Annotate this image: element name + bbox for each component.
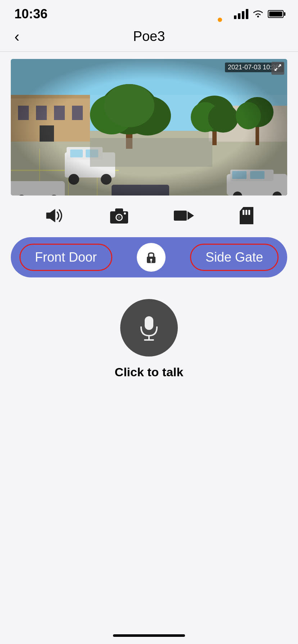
fullscreen-icon[interactable] — [274, 63, 282, 72]
svg-rect-60 — [245, 210, 247, 215]
signal-icon — [234, 9, 248, 19]
mic-section: Click to talk — [0, 277, 298, 394]
lock-icon — [143, 249, 159, 265]
door-control-bar: Front Door Side Gate — [11, 237, 287, 277]
toolbar — [0, 196, 298, 237]
svg-rect-57 — [174, 211, 187, 221]
status-icons — [234, 9, 284, 19]
notification-dot — [218, 18, 222, 22]
header-divider — [0, 51, 298, 52]
svg-rect-59 — [243, 210, 244, 215]
svg-rect-52 — [115, 208, 123, 212]
lock-button[interactable] — [137, 243, 166, 272]
photo-button[interactable] — [109, 207, 130, 226]
status-time: 10:36 — [14, 6, 48, 22]
microphone-icon — [135, 313, 163, 342]
svg-rect-65 — [145, 316, 153, 330]
mic-button[interactable] — [120, 299, 178, 356]
page-title: Poe3 — [133, 29, 165, 44]
svg-point-0 — [257, 16, 259, 18]
side-gate-button[interactable]: Side Gate — [190, 244, 279, 271]
battery-icon — [268, 10, 284, 18]
home-indicator — [113, 634, 185, 637]
svg-rect-50 — [11, 59, 287, 196]
back-button[interactable]: ‹ — [14, 29, 19, 44]
camera-feed: 2021-07-03 10:36: — [11, 59, 287, 196]
svg-point-56 — [124, 212, 126, 215]
wifi-icon — [252, 9, 264, 19]
svg-rect-61 — [248, 210, 250, 215]
front-door-button[interactable]: Front Door — [19, 244, 112, 271]
video-button[interactable] — [173, 208, 195, 225]
click-to-talk-label[interactable]: Click to talk — [115, 365, 184, 379]
speaker-button[interactable] — [44, 206, 65, 226]
nav-header: ‹ Poe3 — [0, 25, 298, 51]
status-bar: 10:36 — [0, 0, 298, 25]
svg-marker-58 — [188, 211, 194, 220]
svg-point-55 — [118, 216, 121, 219]
sd-card-button[interactable] — [238, 206, 255, 226]
